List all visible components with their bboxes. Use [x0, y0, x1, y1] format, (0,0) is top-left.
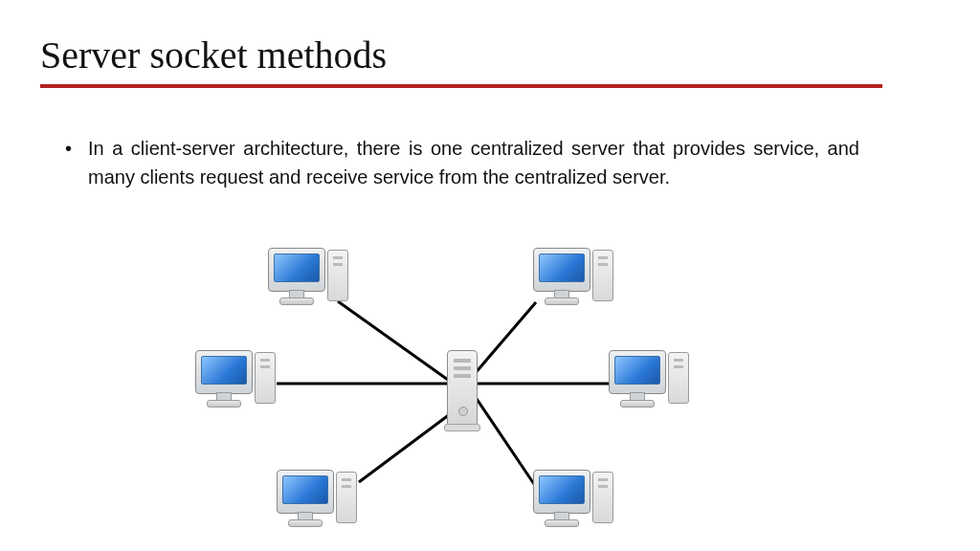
screen-icon: [274, 253, 320, 282]
monitor-base: [620, 400, 655, 408]
monitor-icon: [268, 248, 325, 292]
monitor-base: [279, 298, 314, 305]
monitor-base: [545, 519, 579, 527]
tower-icon: [336, 472, 357, 523]
client-top-right: [533, 248, 613, 311]
tower-icon: [327, 250, 348, 301]
monitor-icon: [533, 470, 590, 514]
screen-icon: [282, 475, 328, 504]
central-server: [447, 350, 478, 427]
client-bottom-right: [533, 470, 613, 533]
monitor-base: [545, 298, 579, 305]
monitor-icon: [609, 350, 666, 394]
monitor-icon: [277, 470, 334, 514]
slide: Server socket methods • In a client-serv…: [0, 0, 980, 551]
client-mid-left: [195, 350, 276, 413]
screen-icon: [201, 356, 247, 385]
monitor-icon: [533, 248, 590, 292]
screen-icon: [614, 356, 660, 385]
client-mid-right: [609, 350, 689, 413]
screen-icon: [539, 475, 585, 504]
screen-icon: [539, 253, 585, 282]
power-button-icon: [458, 407, 468, 416]
monitor-icon: [195, 350, 253, 394]
network-diagram: [0, 0, 980, 551]
client-bottom-left: [277, 470, 357, 533]
tower-icon: [668, 352, 689, 404]
tower-icon: [255, 352, 276, 404]
tower-icon: [592, 250, 613, 301]
monitor-base: [207, 400, 241, 408]
monitor-base: [288, 519, 323, 527]
client-top-left: [268, 248, 348, 311]
tower-icon: [592, 472, 613, 523]
